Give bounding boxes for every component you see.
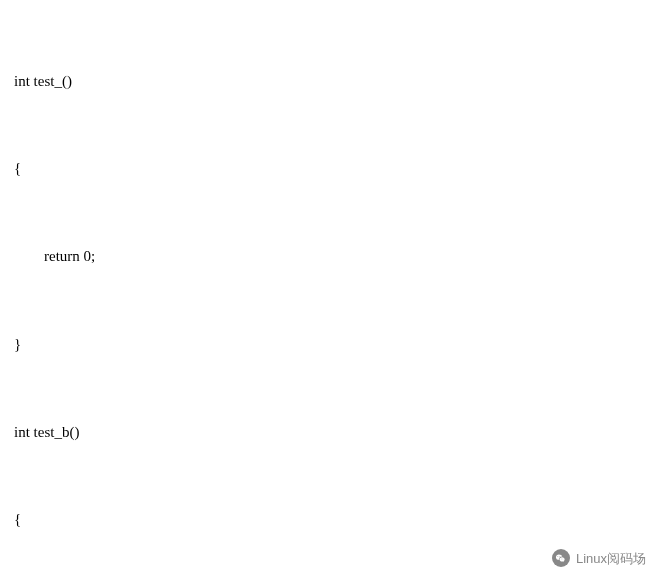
code-line: { xyxy=(14,505,652,534)
code-line: { xyxy=(14,154,652,183)
code-line: return 0; xyxy=(14,242,652,271)
code-line: int test_() xyxy=(14,67,652,96)
watermark: Linux阅码场 xyxy=(552,546,646,571)
wechat-icon xyxy=(552,549,570,567)
watermark-text: Linux阅码场 xyxy=(576,546,646,571)
code-line: } xyxy=(14,330,652,359)
code-snippet: int test_() { return 0; } int test_b() {… xyxy=(14,8,652,585)
code-line: int test_b() xyxy=(14,418,652,447)
